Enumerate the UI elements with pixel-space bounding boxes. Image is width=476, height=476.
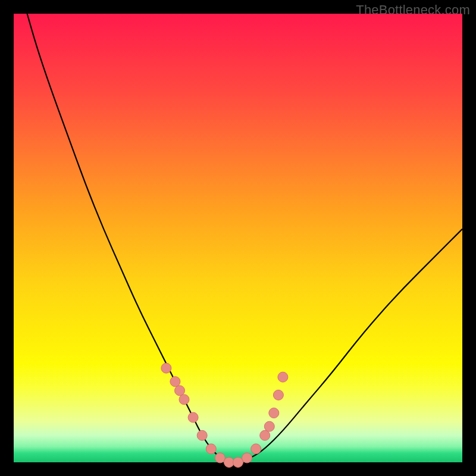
highlight-dot bbox=[161, 363, 171, 373]
highlight-dot bbox=[175, 386, 185, 396]
highlight-dots bbox=[161, 363, 288, 467]
highlight-dot bbox=[215, 453, 225, 463]
curve-svg bbox=[14, 14, 462, 462]
highlight-dot bbox=[188, 412, 198, 422]
highlight-dot bbox=[242, 453, 252, 463]
highlight-dot bbox=[197, 430, 207, 440]
highlight-dot bbox=[251, 444, 261, 454]
plot-area bbox=[14, 14, 462, 462]
bottleneck-curve bbox=[27, 14, 462, 462]
highlight-dot bbox=[170, 377, 180, 387]
highlight-dot bbox=[206, 444, 216, 454]
chart-frame: TheBottleneck.com bbox=[0, 0, 476, 476]
highlight-dot bbox=[278, 372, 288, 382]
highlight-dot bbox=[273, 390, 283, 400]
highlight-dot bbox=[179, 394, 189, 405]
highlight-dot bbox=[260, 430, 270, 440]
highlight-dot bbox=[233, 458, 243, 468]
highlight-dot bbox=[269, 408, 279, 418]
highlight-dot bbox=[264, 421, 274, 431]
highlight-dot bbox=[224, 458, 234, 468]
